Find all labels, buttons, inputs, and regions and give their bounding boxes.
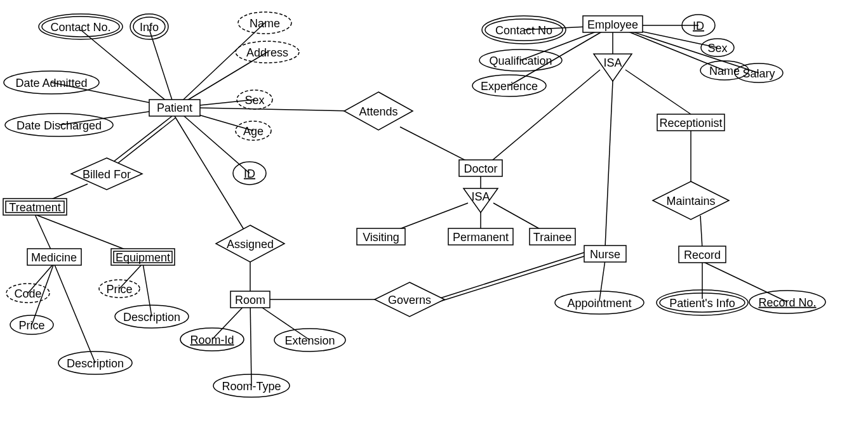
- edge: [54, 263, 95, 363]
- attr-emp-contact: Contact No: [482, 16, 566, 44]
- entity-employee: Employee: [583, 16, 643, 32]
- attr-emp-name: Name: [700, 61, 749, 80]
- svg-text:ISA: ISA: [603, 56, 622, 69]
- svg-text:Name: Name: [250, 17, 280, 30]
- attr-sex: Sex: [237, 90, 272, 109]
- svg-text:Room-Type: Room-Type: [222, 380, 281, 393]
- svg-text:Treatment: Treatment: [9, 201, 60, 214]
- svg-text:Appointment: Appointment: [567, 297, 631, 310]
- attr-medicine-description: Description: [58, 351, 132, 374]
- svg-text:Extension: Extension: [284, 334, 335, 347]
- svg-text:Equipment: Equipment: [116, 251, 170, 264]
- svg-text:Description: Description: [67, 357, 124, 370]
- attr-emp-salary: Salary: [735, 63, 783, 82]
- svg-text:Date Admitted: Date Admitted: [15, 77, 87, 89]
- edge: [625, 70, 691, 114]
- edge: [106, 116, 172, 167]
- svg-text:Price: Price: [106, 283, 132, 296]
- attr-appointment: Appointment: [555, 291, 644, 314]
- isa-employee: ISA: [594, 54, 632, 81]
- attr-medicine-price: Price: [10, 315, 53, 334]
- svg-text:Employee: Employee: [587, 18, 638, 31]
- svg-text:Qualification: Qualification: [489, 55, 552, 67]
- entity-permanent: Permanent: [448, 228, 513, 245]
- entity-record: Record: [679, 246, 726, 263]
- svg-text:Contact No: Contact No: [495, 24, 552, 37]
- entity-nurse: Nurse: [584, 246, 626, 262]
- attr-emp-sex: Sex: [701, 39, 734, 56]
- edge: [605, 81, 613, 247]
- relationship-governs: Governs: [375, 282, 444, 317]
- entity-equipment: Equipment: [111, 249, 175, 265]
- entity-doctor: Doctor: [459, 160, 502, 176]
- edge: [81, 30, 175, 108]
- attr-equipment-price: Price: [99, 280, 140, 298]
- svg-text:Medicine: Medicine: [31, 251, 77, 264]
- edge: [175, 108, 250, 173]
- svg-text:Description: Description: [123, 311, 180, 324]
- svg-text:Receptionist: Receptionist: [659, 117, 722, 129]
- entity-patient: Patient: [149, 100, 200, 116]
- attr-record-no: Record No.: [749, 291, 825, 313]
- svg-text:Billed For: Billed For: [83, 168, 131, 181]
- svg-text:Assigned: Assigned: [227, 238, 274, 251]
- attr-date-discharged: Date Discharged: [5, 114, 113, 136]
- svg-text:Date Discharged: Date Discharged: [17, 119, 102, 132]
- svg-text:Record: Record: [684, 249, 721, 261]
- attr-extension: Extension: [274, 329, 345, 351]
- svg-text:Governs: Governs: [388, 294, 431, 306]
- svg-text:ID: ID: [693, 20, 704, 32]
- edge: [440, 256, 584, 301]
- attr-experience: Experience: [472, 75, 546, 96]
- entity-treatment: Treatment: [3, 199, 67, 215]
- attr-id: ID: [233, 162, 266, 185]
- svg-text:Patient: Patient: [157, 102, 192, 114]
- entity-room: Room: [230, 291, 270, 308]
- edge: [700, 216, 702, 249]
- svg-text:Maintains: Maintains: [666, 195, 715, 207]
- isa-doctor: ISA: [464, 188, 498, 213]
- svg-text:Permanent: Permanent: [453, 231, 509, 244]
- entity-medicine: Medicine: [27, 249, 81, 265]
- svg-text:Experience: Experience: [481, 80, 538, 93]
- relationship-maintains: Maintains: [653, 181, 729, 220]
- svg-text:Address: Address: [246, 46, 288, 59]
- svg-text:Room-Id: Room-Id: [190, 334, 234, 346]
- entity-visiting: Visiting: [357, 228, 405, 245]
- attr-address: Address: [236, 41, 299, 63]
- svg-text:Attends: Attends: [359, 105, 397, 118]
- attr-date-admitted: Date Admitted: [4, 71, 99, 94]
- svg-text:Sex: Sex: [244, 94, 264, 107]
- edge: [175, 116, 250, 240]
- attr-age: Age: [236, 121, 271, 140]
- svg-text:Visiting: Visiting: [363, 231, 399, 244]
- svg-text:Code: Code: [14, 287, 41, 300]
- svg-text:Info: Info: [140, 21, 159, 34]
- entity-trainee: Trainee: [530, 228, 575, 245]
- edge: [200, 108, 352, 111]
- attr-equipment-description: Description: [115, 305, 189, 328]
- relationship-attends: Attends: [344, 92, 413, 130]
- svg-text:Room: Room: [235, 294, 265, 306]
- edge: [440, 253, 584, 298]
- attr-info: Info: [130, 14, 168, 39]
- attr-room-id: Room-Id: [180, 328, 244, 351]
- edge: [599, 260, 605, 301]
- entity-receptionist: Receptionist: [657, 114, 724, 131]
- svg-text:Sex: Sex: [707, 42, 727, 55]
- svg-text:Contact No.: Contact No.: [50, 21, 110, 34]
- svg-text:Nurse: Nurse: [590, 248, 620, 261]
- relationship-assigned: Assigned: [216, 225, 284, 262]
- svg-text:ID: ID: [244, 167, 255, 180]
- svg-text:Salary: Salary: [742, 67, 775, 80]
- attr-name: Name: [238, 12, 291, 34]
- edge: [250, 299, 251, 386]
- svg-text:Price: Price: [18, 319, 44, 332]
- edge: [143, 263, 152, 317]
- edge: [149, 29, 175, 108]
- svg-text:ISA: ISA: [471, 190, 490, 203]
- svg-text:Record No.: Record No.: [758, 296, 816, 309]
- relationship-billed-for: Billed For: [71, 158, 142, 190]
- er-diagram: Contact No. Info Name Address Date Admit…: [0, 0, 868, 446]
- svg-text:Age: Age: [243, 125, 264, 138]
